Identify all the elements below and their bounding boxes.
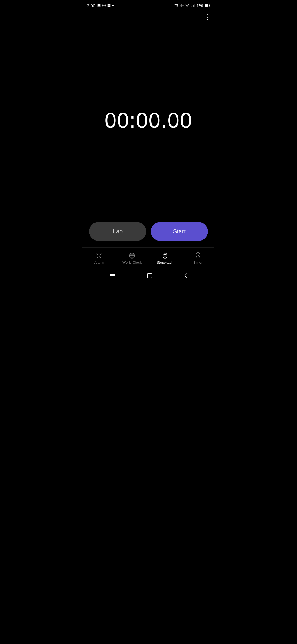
alarm-status-icon (174, 4, 178, 8)
svg-rect-11 (192, 5, 193, 7)
status-left: 3:00 (87, 3, 114, 8)
main-content: 00:00.00 (82, 24, 215, 217)
back-button[interactable] (178, 271, 193, 282)
svg-rect-15 (206, 4, 208, 7)
svg-rect-26 (164, 253, 166, 253)
recent-apps-button[interactable] (104, 271, 121, 281)
signal-icon (191, 4, 195, 8)
more-options-button[interactable] (205, 12, 210, 22)
dnd-icon (102, 4, 106, 7)
home-button[interactable] (141, 271, 158, 282)
nav-item-worldclock[interactable]: World Clock (116, 251, 148, 266)
svg-line-30 (198, 255, 199, 256)
home-icon (147, 273, 153, 279)
svg-rect-10 (191, 6, 192, 7)
alarm-nav-label: Alarm (94, 260, 104, 264)
nav-item-alarm[interactable]: Alarm (82, 251, 116, 266)
dot-icon (112, 5, 114, 6)
status-right: 47% (174, 4, 210, 8)
svg-point-5 (112, 5, 114, 6)
alarm-nav-icon (95, 252, 103, 259)
stopwatch-nav-label: Stopwatch (157, 260, 174, 264)
status-icons-right (174, 4, 195, 8)
back-icon (184, 273, 188, 279)
mute-icon (180, 4, 184, 8)
more-dot-2 (207, 17, 208, 18)
worldclock-nav-icon (128, 252, 136, 259)
more-dot-3 (207, 19, 208, 20)
status-time: 3:00 (87, 3, 95, 8)
battery-icon (205, 4, 210, 7)
status-icons-left (97, 4, 114, 7)
svg-rect-13 (194, 4, 195, 7)
nav-item-timer[interactable]: Timer (182, 251, 215, 266)
photo-icon (97, 4, 101, 7)
svg-line-27 (166, 253, 167, 254)
timer-nav-icon (194, 252, 202, 259)
stopwatch-nav-icon (161, 252, 169, 259)
system-nav (82, 268, 215, 286)
top-menu-bar (82, 10, 215, 24)
timer-nav-label: Timer (194, 260, 203, 264)
controls: Lap Start (82, 217, 215, 247)
nav-item-stopwatch[interactable]: Stopwatch (148, 251, 182, 266)
status-bar: 3:00 47% (82, 0, 215, 10)
bottom-nav: Alarm World Clock Stopwatch (82, 247, 215, 268)
svg-rect-34 (147, 274, 152, 278)
battery-percent: 47% (196, 4, 204, 8)
lap-button[interactable]: Lap (89, 222, 146, 241)
recent-apps-icon (109, 273, 115, 278)
more-dot-1 (207, 14, 208, 15)
stopwatch-display: 00:00.00 (105, 108, 193, 133)
lines-icon (107, 4, 111, 7)
svg-point-9 (187, 6, 188, 7)
wifi-icon (185, 4, 189, 8)
start-button[interactable]: Start (151, 222, 208, 241)
worldclock-nav-label: World Clock (122, 260, 142, 264)
svg-rect-12 (193, 5, 194, 7)
